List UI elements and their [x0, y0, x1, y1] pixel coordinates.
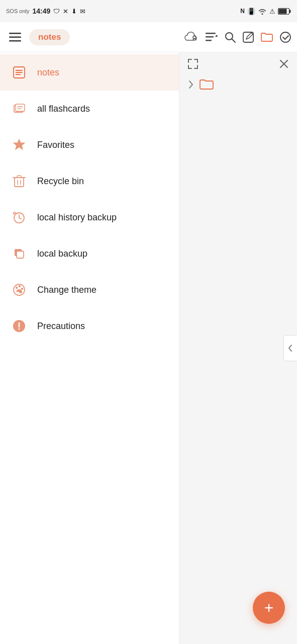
- vibrate-icon: 📳: [247, 8, 255, 15]
- cloud-sync-icon[interactable]: [183, 31, 199, 43]
- x-circle-icon: ✕: [63, 8, 68, 15]
- nfc-icon: N: [240, 8, 245, 15]
- warning-icon: [10, 317, 28, 335]
- plus-icon: +: [264, 599, 274, 617]
- sidebar-label-flashcards: all flashcards: [37, 104, 90, 114]
- status-bar: SOS only 14:49 🛡 ✕ ⬇ ✉ N 📳 ⚠: [0, 0, 297, 22]
- battery-warning-icon: ⚠: [269, 8, 275, 15]
- search-icon[interactable]: [225, 32, 236, 43]
- sidebar-label-precautions: Precautions: [37, 321, 85, 332]
- sos-indicator: SOS only: [6, 8, 29, 14]
- svg-rect-19: [16, 104, 25, 111]
- history-backup-icon: [10, 208, 28, 226]
- sidebar-item-all-flashcards[interactable]: all flashcards: [0, 91, 179, 127]
- svg-rect-8: [206, 36, 214, 38]
- sidebar-label-recycle-bin: Recycle bin: [37, 176, 84, 187]
- close-icon[interactable]: [279, 59, 289, 69]
- expand-icon[interactable]: [187, 58, 199, 69]
- email-icon: ✉: [80, 8, 85, 15]
- wifi-icon: [258, 8, 267, 15]
- svg-rect-4: [9, 36, 21, 38]
- trash-icon: [10, 172, 28, 190]
- hamburger-icon[interactable]: [6, 30, 24, 45]
- time-display: 14:49: [32, 7, 50, 15]
- sidebar-item-precautions[interactable]: Precautions: [0, 308, 179, 344]
- sidebar: notes all flashcards Favorites: [0, 52, 179, 644]
- download-icon: ⬇: [71, 8, 77, 15]
- sidebar-label-favorites: Favorites: [37, 140, 74, 150]
- status-bar-right: N 📳 ⚠: [240, 8, 291, 15]
- star-icon: [10, 136, 28, 154]
- app-title[interactable]: notes: [29, 29, 70, 45]
- sidebar-item-notes[interactable]: notes: [0, 54, 179, 91]
- svg-rect-1: [289, 10, 291, 13]
- sidebar-item-favorites[interactable]: Favorites: [0, 127, 179, 163]
- flashcards-icon: [10, 100, 28, 118]
- sidebar-label-notes: notes: [37, 67, 59, 78]
- svg-rect-9: [206, 40, 212, 41]
- right-panel: [179, 52, 297, 644]
- panel-top-bar: [179, 52, 297, 75]
- folder-icon[interactable]: [261, 32, 273, 42]
- svg-rect-2: [279, 9, 287, 14]
- sidebar-label-local-backup: local backup: [37, 249, 87, 259]
- sidebar-collapse-button[interactable]: [283, 335, 297, 361]
- battery-icon: [278, 8, 291, 15]
- svg-point-32: [19, 285, 21, 287]
- sidebar-item-recycle-bin[interactable]: Recycle bin: [0, 163, 179, 199]
- svg-marker-22: [14, 139, 25, 149]
- panel-folder-icon[interactable]: [200, 78, 214, 91]
- square-edit-icon[interactable]: [243, 32, 254, 43]
- svg-line-11: [232, 39, 236, 42]
- svg-point-36: [19, 329, 20, 330]
- svg-rect-3: [9, 33, 21, 34]
- svg-point-33: [21, 288, 23, 290]
- fab-add-button[interactable]: +: [253, 592, 285, 624]
- notes-icon: [10, 63, 28, 82]
- svg-rect-29: [17, 251, 24, 258]
- main-layout: notes all flashcards Favorites: [0, 52, 297, 644]
- svg-rect-23: [15, 178, 24, 187]
- check-circle-icon[interactable]: [280, 32, 291, 43]
- svg-point-31: [16, 287, 18, 289]
- svg-point-13: [280, 32, 290, 42]
- sidebar-item-local-history-backup[interactable]: local history backup: [0, 199, 179, 235]
- sort-list-icon[interactable]: [206, 32, 218, 42]
- sidebar-item-local-backup[interactable]: local backup: [0, 235, 179, 272]
- top-nav-icons: [183, 31, 291, 43]
- sidebar-item-change-theme[interactable]: Change theme: [0, 272, 179, 308]
- palette-icon: [10, 281, 28, 299]
- sidebar-label-local-history-backup: local history backup: [37, 212, 117, 223]
- sidebar-label-change-theme: Change theme: [37, 285, 96, 295]
- shield-icon: 🛡: [53, 8, 60, 15]
- svg-rect-5: [9, 40, 21, 42]
- svg-rect-7: [206, 33, 216, 34]
- chevron-right-icon[interactable]: [187, 79, 194, 90]
- panel-nav-row: [179, 75, 297, 94]
- local-backup-icon: [10, 245, 28, 263]
- svg-rect-12: [243, 32, 253, 42]
- top-nav: notes: [0, 22, 297, 52]
